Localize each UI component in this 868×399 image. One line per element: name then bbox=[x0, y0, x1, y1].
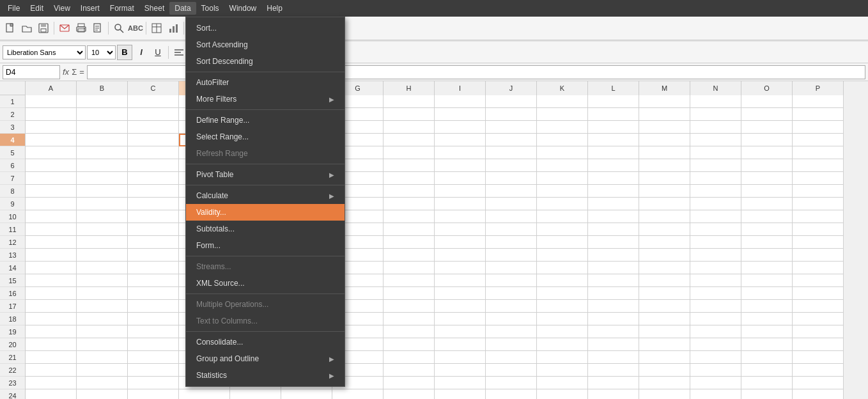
cell-K11[interactable] bbox=[537, 223, 588, 236]
cell-L7[interactable] bbox=[588, 172, 639, 185]
print-button[interactable] bbox=[74, 20, 89, 36]
cell-B17[interactable] bbox=[77, 300, 128, 313]
font-name-select[interactable]: Liberation Sans bbox=[3, 45, 86, 59]
cell-I6[interactable] bbox=[435, 159, 486, 172]
cell-N21[interactable] bbox=[690, 351, 741, 364]
cell-M14[interactable] bbox=[639, 262, 690, 274]
cell-B13[interactable] bbox=[77, 249, 128, 262]
cell-reference[interactable]: D4 bbox=[3, 65, 60, 79]
cell-A12[interactable] bbox=[26, 236, 77, 249]
cell-A9[interactable] bbox=[26, 198, 77, 210]
cell-K24[interactable] bbox=[537, 389, 588, 399]
cell-P1[interactable] bbox=[793, 95, 844, 108]
cell-M9[interactable] bbox=[639, 198, 690, 210]
rownum-8[interactable]: 8 bbox=[0, 185, 25, 198]
cell-A19[interactable] bbox=[26, 325, 77, 338]
cell-N9[interactable] bbox=[690, 198, 741, 210]
align-left-btn[interactable] bbox=[171, 45, 187, 60]
rownum-24[interactable]: 24 bbox=[0, 389, 25, 399]
menu-edit[interactable]: Edit bbox=[25, 2, 49, 15]
cell-N19[interactable] bbox=[690, 325, 741, 338]
cell-H22[interactable] bbox=[384, 364, 435, 377]
cell-C18[interactable] bbox=[128, 313, 179, 325]
cell-I17[interactable] bbox=[435, 300, 486, 313]
cell-N5[interactable] bbox=[690, 146, 741, 159]
cell-L12[interactable] bbox=[588, 236, 639, 249]
cell-O12[interactable] bbox=[741, 236, 793, 249]
cell-J14[interactable] bbox=[486, 262, 537, 274]
cell-N1[interactable] bbox=[690, 95, 741, 108]
cell-P10[interactable] bbox=[793, 210, 844, 223]
cell-M6[interactable] bbox=[639, 159, 690, 172]
cell-B6[interactable] bbox=[77, 159, 128, 172]
menu-more-filters[interactable]: More Filters ▶ bbox=[186, 91, 345, 107]
cell-K13[interactable] bbox=[537, 249, 588, 262]
cell-C15[interactable] bbox=[128, 274, 179, 287]
cell-M2[interactable] bbox=[639, 108, 690, 121]
cell-J6[interactable] bbox=[486, 159, 537, 172]
cell-A20[interactable] bbox=[26, 338, 77, 351]
menu-view[interactable]: View bbox=[49, 2, 75, 15]
search-button[interactable] bbox=[111, 20, 127, 36]
rownum-3[interactable]: 3 bbox=[0, 121, 25, 134]
cell-C21[interactable] bbox=[128, 351, 179, 364]
cell-P13[interactable] bbox=[793, 249, 844, 262]
cell-P8[interactable] bbox=[793, 185, 844, 198]
cell-M20[interactable] bbox=[639, 338, 690, 351]
cell-M3[interactable] bbox=[639, 121, 690, 134]
cell-F24[interactable] bbox=[281, 389, 332, 399]
cell-K9[interactable] bbox=[537, 198, 588, 210]
cell-B11[interactable] bbox=[77, 223, 128, 236]
cell-A11[interactable] bbox=[26, 223, 77, 236]
cell-A15[interactable] bbox=[26, 274, 77, 287]
cell-C23[interactable] bbox=[128, 377, 179, 389]
cell-J10[interactable] bbox=[486, 210, 537, 223]
cell-L1[interactable] bbox=[588, 95, 639, 108]
menu-sort[interactable]: Sort... bbox=[186, 20, 345, 36]
rownum-12[interactable]: 12 bbox=[0, 236, 25, 249]
col-header-c[interactable]: C bbox=[128, 81, 179, 95]
col-header-a[interactable]: A bbox=[26, 81, 77, 95]
cell-A23[interactable] bbox=[26, 377, 77, 389]
cell-J7[interactable] bbox=[486, 172, 537, 185]
cell-J24[interactable] bbox=[486, 389, 537, 399]
cell-N18[interactable] bbox=[690, 313, 741, 325]
cell-H19[interactable] bbox=[384, 325, 435, 338]
cell-M12[interactable] bbox=[639, 236, 690, 249]
cell-J16[interactable] bbox=[486, 287, 537, 300]
cell-I18[interactable] bbox=[435, 313, 486, 325]
cell-M5[interactable] bbox=[639, 146, 690, 159]
cell-I20[interactable] bbox=[435, 338, 486, 351]
cell-L13[interactable] bbox=[588, 249, 639, 262]
cell-A3[interactable] bbox=[26, 121, 77, 134]
cell-C4[interactable] bbox=[128, 134, 179, 146]
cell-I23[interactable] bbox=[435, 377, 486, 389]
cell-H10[interactable] bbox=[384, 210, 435, 223]
cell-N24[interactable] bbox=[690, 389, 741, 399]
cell-M1[interactable] bbox=[639, 95, 690, 108]
cell-K4[interactable] bbox=[537, 134, 588, 146]
cell-C12[interactable] bbox=[128, 236, 179, 249]
cell-J12[interactable] bbox=[486, 236, 537, 249]
cell-O16[interactable] bbox=[741, 287, 793, 300]
cell-N15[interactable] bbox=[690, 274, 741, 287]
cell-D24[interactable] bbox=[179, 389, 230, 399]
cell-K14[interactable] bbox=[537, 262, 588, 274]
cell-C5[interactable] bbox=[128, 146, 179, 159]
cell-L16[interactable] bbox=[588, 287, 639, 300]
cell-H9[interactable] bbox=[384, 198, 435, 210]
cell-C3[interactable] bbox=[128, 121, 179, 134]
cell-L3[interactable] bbox=[588, 121, 639, 134]
cell-M10[interactable] bbox=[639, 210, 690, 223]
cell-B14[interactable] bbox=[77, 262, 128, 274]
cell-L23[interactable] bbox=[588, 377, 639, 389]
cell-A17[interactable] bbox=[26, 300, 77, 313]
cell-M21[interactable] bbox=[639, 351, 690, 364]
cell-L20[interactable] bbox=[588, 338, 639, 351]
cell-N11[interactable] bbox=[690, 223, 741, 236]
cell-O4[interactable] bbox=[741, 134, 793, 146]
cell-C19[interactable] bbox=[128, 325, 179, 338]
cell-M13[interactable] bbox=[639, 249, 690, 262]
table-btn[interactable] bbox=[149, 20, 164, 36]
cell-B19[interactable] bbox=[77, 325, 128, 338]
